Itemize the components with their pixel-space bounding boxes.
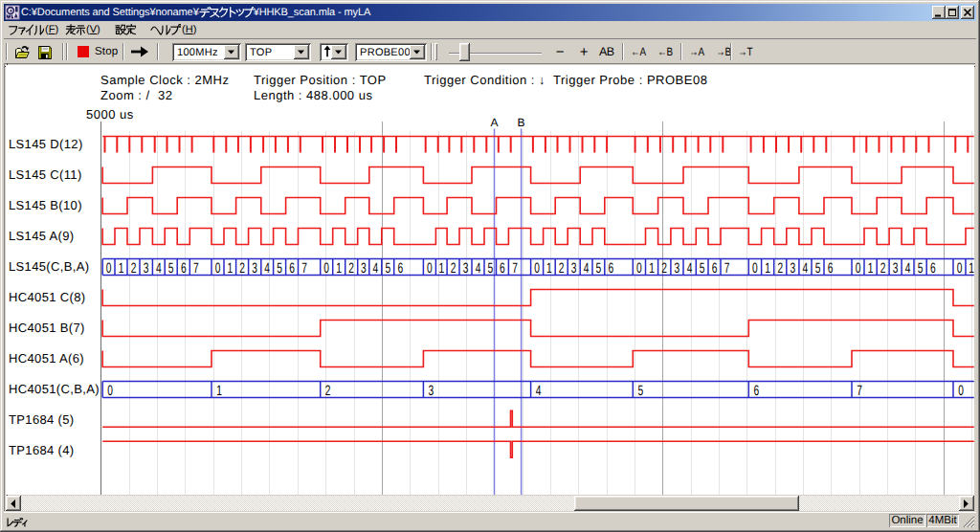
scrollbar-thumb[interactable] [574,496,799,511]
zoom-slider-thumb[interactable] [459,43,470,61]
goto-cursor-a-button[interactable]: ←A [631,44,652,59]
toolbar-band-separator [431,43,433,60]
jp-text-svg [8,24,44,36]
run-button[interactable] [129,42,154,61]
open-button[interactable] [14,45,30,60]
goto-cursor-b-button[interactable]: ←B [657,44,679,59]
bus-value: 6 [397,260,403,277]
app-icon[interactable] [5,5,20,20]
status-memory-text: 4MBit [928,515,956,526]
window-title: C:¥Documents and Settings¥noname¥¥HHKB_s… [21,4,370,21]
bus-value: 5 [637,383,643,399]
bus-value: 0 [323,260,329,277]
bus-value: 5 [168,260,174,277]
scroll-right-icon [964,499,969,508]
status-memory-cell: 4MBit [926,514,959,527]
bus-value: 1 [336,260,342,277]
set-cursor-b-label: →B [716,45,731,58]
bus-value: 4 [156,260,162,277]
sample-rate-dropdown-button[interactable] [224,45,239,59]
zoom-out-button[interactable]: − [553,44,567,59]
bus-value: 6 [289,260,295,277]
trigger-edge-dropdown-button[interactable] [331,45,346,59]
bus-value: 1 [649,260,655,277]
toolbar: Stop 100MHz TOP [4,40,976,63]
close-button[interactable] [961,6,974,19]
goto-trigger-button[interactable]: →T [738,44,759,59]
menu-item-mnemonic: (V) [86,24,100,35]
trace-5 [102,290,974,306]
goto-cursor-b-label: ←B [657,45,673,58]
window-controls [932,6,974,19]
bus-value: 2 [451,260,457,277]
arrow-up-icon [323,45,331,57]
trigger-probe-combo[interactable]: PROBE00 [355,43,427,61]
trigger-position-dropdown-button[interactable] [294,45,309,59]
zoom-slider[interactable] [445,42,546,61]
cursor-b-label: B [518,116,525,129]
menu-mnemonic: H [186,24,193,35]
trigger-edge-value [323,45,331,60]
menu-item-help[interactable]: (H) [150,21,196,38]
status-online-text: Online [891,515,923,526]
resize-grip[interactable] [963,516,975,528]
menu-item-mnemonic: (F) [45,24,58,35]
bus-value: 5 [487,260,493,277]
jp-text-svg [150,24,181,36]
toolbar-separator [622,43,624,60]
set-cursor-b-button[interactable]: →B [716,44,737,59]
bus-value: 0 [958,383,964,399]
bus-value: 2 [131,260,137,277]
bus-value: 4 [803,260,809,277]
window-title-prefix: C:¥Documents and Settings¥noname¥ [21,7,199,18]
menu-item-file[interactable]: (F) [8,21,58,38]
bus-value: 5 [815,260,821,277]
menu-mnemonic: V [90,24,97,35]
status-online-cell: Online [889,514,925,527]
bus-value: 6 [930,260,936,277]
toolbar-separator [157,43,159,60]
zoom-out-label: − [556,44,564,60]
scroll-left-button[interactable] [6,496,21,511]
bus-value: 0 [427,260,433,277]
maximize-button[interactable] [946,6,959,19]
jp-text-svg [115,24,136,36]
menu-paren-close: ) [193,24,197,35]
app-window: C:¥Documents and Settings¥noname¥¥HHKB_s… [0,0,980,532]
toolbar-separator [680,43,682,60]
set-cursor-a-button[interactable]: →A [689,44,710,59]
trigger-probe-dropdown-button[interactable] [410,45,425,59]
bus-value: 2 [239,260,245,277]
menu-item-settings[interactable] [115,21,136,38]
waveform-view: Sample Clock : 2MHz Trigger Position : T… [6,65,974,495]
bus-value: 6 [609,260,614,277]
bus-value: 3 [675,260,680,277]
stop-button[interactable]: Stop [71,42,124,61]
save-button[interactable] [37,45,53,60]
zoom-in-button[interactable]: + [577,44,590,59]
chevron-down-icon [335,50,343,55]
bus-value: 4 [905,260,911,277]
sample-rate-combo[interactable]: 100MHz [172,43,241,61]
trigger-position-combo[interactable]: TOP [245,43,311,61]
trigger-edge-combo[interactable] [320,43,348,61]
menu-item-view[interactable]: (V) [65,21,100,38]
zoom-ab-label: AB [599,45,614,58]
waveform-plot[interactable]: AB01234567012345670123456012345670123456… [6,65,974,495]
title-bar[interactable]: C:¥Documents and Settings¥noname¥¥HHKB_s… [4,4,976,21]
zoom-ab-button[interactable]: AB [599,44,618,59]
window-title-suffix: ¥HHKB_scan.mla - myLA [254,7,371,18]
scroll-right-button[interactable] [959,496,974,511]
set-cursor-a-label: →A [689,45,704,58]
minimize-icon [932,6,946,19]
minimize-button[interactable] [932,6,946,19]
goto-cursor-a-label: ←A [631,45,646,58]
toolbar-band-gripper[interactable] [434,43,437,60]
bus-value: 1 [438,260,444,277]
bus-value: 1 [765,260,770,277]
horizontal-scrollbar[interactable] [6,496,974,511]
bus-value: 1 [119,260,124,277]
jp-text-svg [199,7,254,19]
bus-value: 3 [361,260,367,277]
toolbar-separator [62,43,64,60]
